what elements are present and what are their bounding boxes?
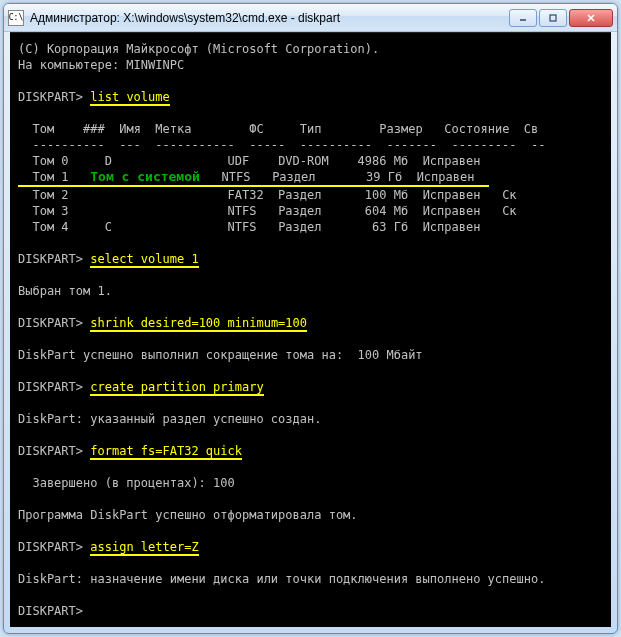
table-row: Том 2 FAT32 Раздел 100 Мб Исправен Ск xyxy=(18,187,603,203)
prompt: DISKPART> xyxy=(18,604,83,618)
window-title: Администратор: X:\windows\system32\cmd.e… xyxy=(30,11,509,25)
cmd-icon: C:\ xyxy=(8,10,24,26)
prompt: DISKPART> xyxy=(18,90,83,104)
cmd-select-volume: select volume 1 xyxy=(90,252,198,268)
table-header-row: Том ### Имя Метка ФС Тип Размер Состояни… xyxy=(18,121,603,137)
svg-rect-1 xyxy=(550,15,556,21)
console-output[interactable]: (C) Корпорация Майкрософт (Microsoft Cor… xyxy=(10,32,611,627)
table-divider: ---------- --- ----------- ----- -------… xyxy=(18,137,603,153)
minimize-button[interactable] xyxy=(509,9,537,27)
cmd-assign: assign letter=Z xyxy=(90,540,198,556)
system-volume-annotation: Том с системой xyxy=(90,169,200,184)
cmd-shrink: shrink desired=100 minimum=100 xyxy=(90,316,307,332)
msg-format-progress: Завершено (в процентах): 100 xyxy=(18,475,603,491)
titlebar[interactable]: C:\ Администратор: X:\windows\system32\c… xyxy=(4,4,617,32)
msg-assign-ok: DiskPart: назначение имени диска или точ… xyxy=(18,571,603,587)
prompt: DISKPART> xyxy=(18,540,83,554)
prompt: DISKPART> xyxy=(18,316,83,330)
msg-format-ok: Программа DiskPart успешно отформатирова… xyxy=(18,507,603,523)
close-button[interactable] xyxy=(569,9,613,27)
cmd-format: format fs=FAT32 quick xyxy=(90,444,242,460)
msg-shrink-ok: DiskPart успешно выполнил сокращение том… xyxy=(18,347,603,363)
app-window: C:\ Администратор: X:\windows\system32\c… xyxy=(3,3,618,634)
msg-partition-ok: DiskPart: указанный раздел успешно созда… xyxy=(18,411,603,427)
computer-line: На компьютере: MINWINPC xyxy=(18,57,603,73)
msg-selected: Выбран том 1. xyxy=(18,283,603,299)
copyright-line: (C) Корпорация Майкрософт (Microsoft Cor… xyxy=(18,41,603,57)
table-row: Том 3 NTFS Раздел 604 Мб Исправен Ск xyxy=(18,203,603,219)
cmd-create-partition: create partition primary xyxy=(90,380,263,396)
prompt: DISKPART> xyxy=(18,380,83,394)
window-button-group xyxy=(509,9,613,27)
cmd-list-volume: list volume xyxy=(90,90,169,106)
prompt: DISKPART> xyxy=(18,252,83,266)
table-row: Том 1 Том с системой NTFS Раздел 39 Гб И… xyxy=(18,169,603,187)
maximize-button[interactable] xyxy=(539,9,567,27)
table-row: Том 4 C NTFS Раздел 63 Гб Исправен xyxy=(18,219,603,235)
table-row: Том 0 D UDF DVD-ROM 4986 Мб Исправен xyxy=(18,153,603,169)
prompt: DISKPART> xyxy=(18,444,83,458)
